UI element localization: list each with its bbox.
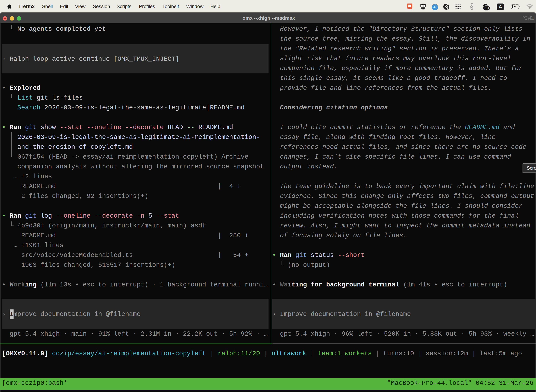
svg-text:..61: ..61	[484, 6, 489, 10]
svg-text:1: 1	[532, 16, 534, 20]
svg-text:A: A	[499, 4, 502, 9]
